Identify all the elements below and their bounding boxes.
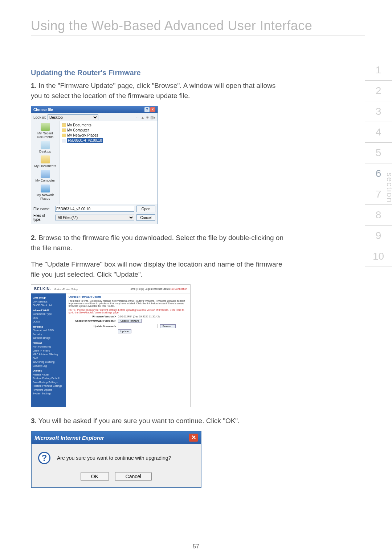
place-mydocs[interactable]: My Documents <box>32 155 58 168</box>
dialog-toolbar: Look in: Desktop ← ▲ ✳ ▥▾ <box>31 113 158 121</box>
nav-item[interactable]: Save/Backup Settings <box>33 381 64 385</box>
nav-item[interactable]: DDNS <box>33 320 64 324</box>
step-3-number: 3 <box>31 417 35 425</box>
nav-item[interactable]: Client IP Filters <box>33 349 64 353</box>
section-label: section <box>385 173 392 203</box>
nav-item[interactable]: MAC Address Filtering <box>33 353 64 357</box>
update-button[interactable]: Update <box>118 329 131 333</box>
ie-title-text: Microsoft Internet Explorer <box>34 435 104 441</box>
page-number: 57 <box>0 543 392 550</box>
list-item[interactable]: My Network Places <box>62 133 155 138</box>
ie-titlebar: Microsoft Internet Explorer ✕ <box>32 431 201 444</box>
file-list[interactable]: My Documents My Computer My Network Plac… <box>60 121 158 204</box>
section-tab-8[interactable]: 8 <box>365 205 392 226</box>
section-tab-4[interactable]: 4 <box>365 122 392 143</box>
cancel-button[interactable]: Cancel <box>136 214 155 221</box>
lookin-label: Look in: <box>33 115 46 119</box>
nav-heading: LAN Setup <box>33 296 64 300</box>
nav-heading: Utilities <box>33 369 64 373</box>
cancel-button[interactable]: Cancel <box>115 472 152 481</box>
nav-item[interactable]: DMZ <box>33 357 64 361</box>
back-icon[interactable]: ← <box>136 115 139 119</box>
filename-label: File name: <box>33 207 53 211</box>
place-desktop[interactable]: Desktop <box>32 141 58 153</box>
place-network[interactable]: My Network Places <box>32 184 58 200</box>
ie-message: Are you sure you want to continue with u… <box>57 455 171 461</box>
dialog-titlebar: Choose file ? × <box>31 106 158 113</box>
filetype-select[interactable]: All Files (*.*) <box>55 215 134 220</box>
note-text: NOTE: Please backup your current setting… <box>69 309 187 314</box>
update-fw-label: Update firmware > <box>69 325 116 328</box>
nav-item[interactable]: Restart Router <box>33 373 64 377</box>
check-firmware-button[interactable]: Check Firmware <box>118 319 142 323</box>
nav-item[interactable]: System Settings <box>33 392 64 396</box>
open-button[interactable]: Open <box>136 206 155 212</box>
fw-version-label: Firmware Version > <box>69 315 116 318</box>
step-1-text: . In the "Firmware Update" page, click "… <box>31 82 275 100</box>
nav-item[interactable]: LAN Settings <box>33 300 64 304</box>
browse-button[interactable]: Browse... <box>160 324 176 328</box>
page-title: Using the Web-Based Advanced User Interf… <box>31 18 365 33</box>
check-fw-label: Check for new firmware version > <box>69 320 116 322</box>
step-3: 3. You will be asked if you are sure you… <box>31 416 285 426</box>
router-admin-screenshot: BELKIN. Modem-Router Setup Home | Help |… <box>31 284 191 407</box>
close-icon[interactable]: ✕ <box>189 434 198 442</box>
nav-item[interactable]: DNS <box>33 316 64 320</box>
list-item[interactable]: My Documents <box>62 123 155 128</box>
section-heading: Updating the Router's Firmware <box>31 69 365 77</box>
section-tab-5[interactable]: 5 <box>365 143 392 163</box>
section-index: 12345678910section <box>365 60 392 267</box>
nav-item[interactable]: Security Log <box>33 364 64 368</box>
step-1: 1. In the "Firmware Update" page, click … <box>31 81 285 101</box>
section-tab-2[interactable]: 2 <box>365 81 392 101</box>
step-1-number: 1 <box>31 82 35 89</box>
ie-confirm-dialog: Microsoft Internet Explorer ✕ ? Are you … <box>31 431 201 488</box>
place-recent[interactable]: My Recent Documents <box>32 123 58 139</box>
nav-item[interactable]: Connection Type <box>33 312 64 316</box>
step-2: 2. Browse to the firmware file you downl… <box>31 233 285 253</box>
section-tab-10[interactable]: 10 <box>365 246 392 267</box>
nav-item[interactable]: Firmware Update <box>33 388 64 392</box>
router-nav[interactable]: LAN SetupLAN SettingsDHCP Client ListInt… <box>31 293 66 407</box>
nav-item[interactable]: Wireless Bridge <box>33 336 64 340</box>
section-tab-9[interactable]: 9 <box>365 226 392 246</box>
nav-item[interactable]: Restore Factory Default <box>33 377 64 381</box>
lookin-select[interactable]: Desktop <box>48 114 98 120</box>
newfolder-icon[interactable]: ✳ <box>146 115 149 119</box>
viewmenu-icon[interactable]: ▥▾ <box>150 115 155 119</box>
help-icon[interactable]: ? <box>144 107 150 112</box>
nav-item[interactable]: Security <box>33 333 64 337</box>
step-2-number: 2 <box>31 234 35 242</box>
nav-item[interactable]: WAN Ping Blocking <box>33 360 64 364</box>
nav-item[interactable]: Restore Previous Settings <box>33 384 64 388</box>
title-rule <box>31 36 365 36</box>
intro-text: From time to time, Belkin may release ne… <box>69 300 187 307</box>
nav-item[interactable]: Port Forwarding <box>33 345 64 349</box>
belkin-logo: BELKIN. <box>34 287 51 291</box>
nav-heading: Wireless <box>33 325 64 329</box>
firmware-path-input[interactable] <box>118 324 158 328</box>
list-item-selected[interactable]: F5D8631-4_v2.00.10 <box>62 138 155 143</box>
filetype-label: Files of type: <box>33 214 53 222</box>
belkin-tagline: Modem-Router Setup <box>54 288 78 291</box>
nav-item[interactable]: Channel and SSID <box>33 329 64 333</box>
step-2-para: The "Update Firmware" box will now displ… <box>31 259 285 279</box>
nav-heading: Firewall <box>33 341 64 345</box>
router-content: Utilities > Firmware Update From time to… <box>66 293 190 407</box>
breadcrumb: Utilities > Firmware Update <box>69 296 187 298</box>
up-icon[interactable]: ▲ <box>141 115 144 119</box>
ok-button[interactable]: OK <box>81 472 109 481</box>
top-links: Home | Help | Logout Internet Status:No … <box>128 288 187 290</box>
close-icon[interactable]: × <box>150 107 155 112</box>
section-tab-3[interactable]: 3 <box>365 101 392 122</box>
places-bar: My Recent Documents Desktop My Documents… <box>31 121 60 204</box>
question-icon: ? <box>38 452 50 464</box>
nav-heading: Internet WAN <box>33 309 64 313</box>
nav-item[interactable]: DHCP Client List <box>33 304 64 308</box>
list-item[interactable]: My Computer <box>62 128 155 133</box>
step-3-text: . You will be asked if you are sure you … <box>35 417 240 425</box>
fw-version-value: 0.00.012F04 (Dec 19 2026 11:30:42) <box>118 315 160 318</box>
section-tab-1[interactable]: 1 <box>365 60 392 81</box>
filename-input[interactable] <box>55 206 134 212</box>
place-mycomputer[interactable]: My Computer <box>32 170 58 182</box>
